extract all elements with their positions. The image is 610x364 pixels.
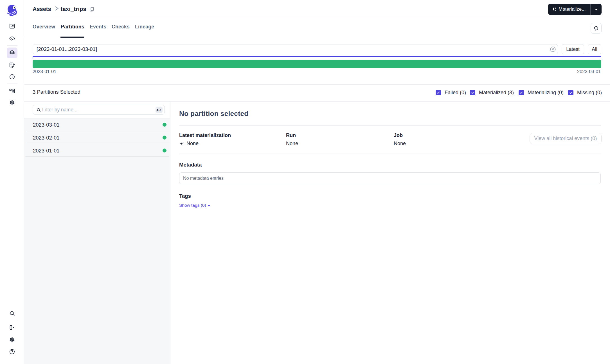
svg-text:A: A xyxy=(156,109,158,112)
svg-text:Z: Z xyxy=(159,109,161,112)
